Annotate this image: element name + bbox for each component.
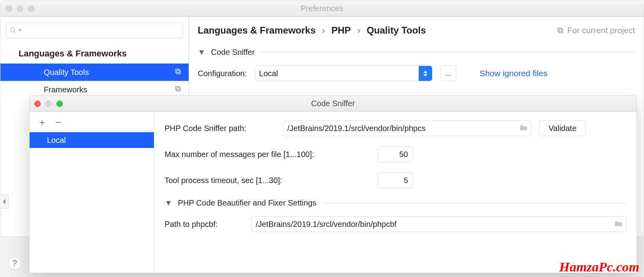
validate-button[interactable]: Validate: [539, 120, 586, 136]
phpcs-path-label: PHP Code Sniffer path:: [165, 124, 275, 133]
dialog-title: Code Sniffer: [30, 99, 637, 108]
chevron-right-icon: ›: [357, 25, 360, 36]
help-button[interactable]: ?: [8, 256, 21, 270]
divider: [260, 52, 635, 52]
section-phpcbf[interactable]: ▼ PHP Code Beautifier and Fixer Settings: [165, 198, 626, 208]
project-scope-icon: [174, 85, 182, 94]
configuration-label: Configuration:: [198, 69, 247, 78]
svg-rect-3: [176, 69, 179, 73]
svg-rect-8: [558, 28, 562, 32]
project-scope-icon: [174, 68, 182, 77]
svg-rect-9: [559, 29, 563, 33]
timeout-label: Tool process timeout, sec [1...30]:: [165, 176, 370, 185]
configure-button[interactable]: ...: [440, 66, 456, 81]
search-input[interactable]: [6, 22, 183, 38]
remove-button[interactable]: −: [55, 117, 61, 127]
breadcrumb-part: PHP: [331, 25, 351, 36]
divider: [322, 203, 626, 203]
max-messages-label: Max number of messages per file [1...100…: [165, 150, 370, 159]
phpcs-path-input[interactable]: /JetBrains/2019.1/srcl/vendor/bin/phpcs: [283, 120, 532, 136]
svg-marker-2: [18, 29, 22, 32]
svg-rect-4: [177, 70, 180, 74]
sidebar-category: Languages & Frameworks: [0, 38, 189, 64]
watermark: HamzaPc.com: [559, 260, 639, 275]
svg-rect-5: [176, 86, 179, 90]
max-messages-input[interactable]: 50: [378, 146, 413, 162]
sidebar-item-label: Quality Tools: [44, 68, 89, 77]
configuration-select[interactable]: Local: [255, 66, 432, 81]
svg-line-1: [14, 31, 15, 33]
dialog-titlebar: Code Sniffer: [30, 96, 637, 112]
add-button[interactable]: +: [39, 117, 45, 127]
section-code-sniffer[interactable]: ▼ Code Sniffer: [198, 48, 635, 57]
list-item-label: Local: [47, 136, 66, 145]
show-ignored-files-link[interactable]: Show ignored files: [480, 69, 548, 78]
sidebar-item-quality-tools[interactable]: Quality Tools: [0, 64, 189, 81]
select-value: Local: [259, 69, 278, 78]
folder-icon[interactable]: [519, 124, 528, 133]
titlebar: Preferences: [0, 0, 644, 17]
interpreter-list-panel: + − Local: [30, 112, 154, 273]
window-title: Preferences: [0, 4, 644, 13]
select-arrows-icon: [419, 66, 432, 81]
breadcrumb-part: Languages & Frameworks: [198, 25, 316, 36]
svg-point-0: [10, 28, 15, 32]
timeout-input[interactable]: 5: [378, 172, 413, 188]
section-label: Code Sniffer: [211, 48, 255, 57]
interpreter-form: PHP Code Sniffer path: /JetBrains/2019.1…: [154, 112, 637, 273]
section-label: PHP Code Beautifier and Fixer Settings: [178, 198, 316, 208]
search-icon: [9, 27, 17, 34]
interpreter-item-local[interactable]: Local: [30, 132, 154, 148]
svg-marker-7: [3, 199, 6, 204]
svg-rect-6: [177, 88, 180, 91]
breadcrumb: Languages & Frameworks › PHP › Quality T…: [198, 25, 426, 36]
chevron-down-icon: [18, 28, 22, 32]
sidebar-collapse-button[interactable]: [0, 195, 9, 209]
disclose-triangle-icon: ▼: [198, 48, 206, 57]
for-current-project: For current project: [557, 26, 635, 35]
sidebar-item-label: Frameworks: [44, 85, 87, 94]
phpcbf-path-label: Path to phpcbf:: [165, 220, 243, 229]
phpcbf-path-input[interactable]: /JetBrains/2019.1/srcl/vendor/bin/phpcbf: [251, 216, 626, 232]
breadcrumb-part: Quality Tools: [367, 25, 426, 36]
code-sniffer-dialog: Code Sniffer + − Local PHP Code Sniffer …: [29, 95, 637, 273]
chevron-right-icon: ›: [322, 25, 325, 36]
project-scope-icon: [557, 27, 564, 34]
folder-icon[interactable]: [614, 220, 623, 229]
disclose-triangle-icon: ▼: [165, 198, 172, 208]
